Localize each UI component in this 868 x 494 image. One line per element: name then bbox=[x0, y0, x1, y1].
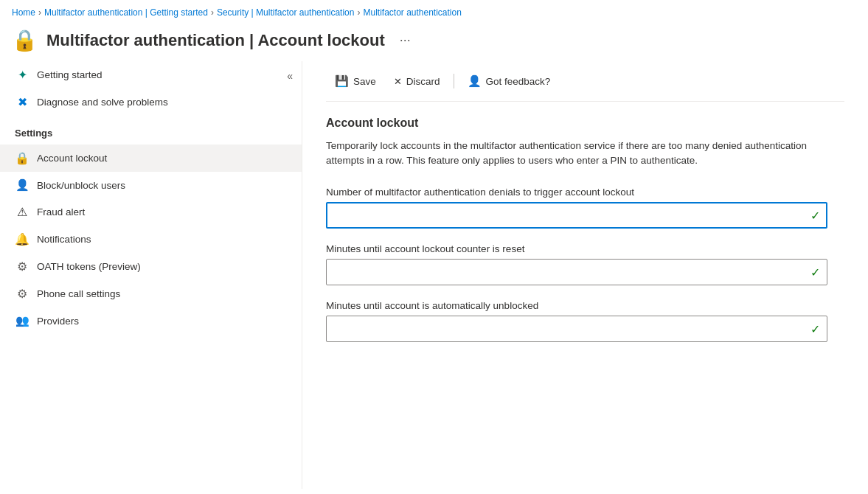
sidebar-item-providers[interactable]: 👥 Providers bbox=[0, 307, 302, 334]
breadcrumb-sep-2: › bbox=[211, 7, 214, 18]
main-layout: « ✦ Getting started ✖ Diagnose and solve… bbox=[0, 61, 868, 489]
sidebar-item-notifications[interactable]: 🔔 Notifications bbox=[0, 226, 302, 253]
discard-icon: ✕ bbox=[394, 76, 402, 87]
form-label-auto-unblock: Minutes until account is automatically u… bbox=[326, 300, 844, 311]
sidebar: « ✦ Getting started ✖ Diagnose and solve… bbox=[0, 61, 302, 489]
sidebar-item-getting-started[interactable]: ✦ Getting started bbox=[0, 61, 302, 88]
breadcrumb: Home › Multifactor authentication | Gett… bbox=[0, 0, 868, 22]
form-field-denials: Number of multifactor authentication den… bbox=[326, 187, 844, 229]
sidebar-item-block-unblock[interactable]: 👤 Block/unblock users bbox=[0, 172, 302, 198]
phone-call-settings-icon: ⚙ bbox=[15, 287, 29, 301]
sidebar-label-getting-started: Getting started bbox=[37, 69, 287, 80]
content-area: 💾 Save ✕ Discard 👤 Got feedback? Account… bbox=[302, 61, 868, 489]
save-button[interactable]: 💾 Save bbox=[326, 70, 385, 92]
sidebar-item-fraud-alert[interactable]: ⚠ Fraud alert bbox=[0, 198, 302, 226]
sidebar-label-phone-call-settings: Phone call settings bbox=[37, 288, 287, 299]
input-denials[interactable] bbox=[326, 202, 827, 229]
section-description: Temporarily lock accounts in the multifa… bbox=[326, 139, 827, 169]
form-label-denials: Number of multifactor authentication den… bbox=[326, 187, 844, 198]
breadcrumb-sep-1: › bbox=[38, 7, 41, 18]
sidebar-collapse-button[interactable]: « bbox=[287, 70, 293, 82]
save-label: Save bbox=[353, 76, 376, 87]
fraud-alert-icon: ⚠ bbox=[15, 205, 29, 219]
diagnose-icon: ✖ bbox=[15, 95, 29, 109]
sidebar-label-diagnose: Diagnose and solve problems bbox=[37, 97, 287, 108]
form-field-auto-unblock: Minutes until account is automatically u… bbox=[326, 300, 844, 342]
page-title: Multifactor authentication | Account loc… bbox=[46, 31, 385, 50]
input-auto-unblock[interactable] bbox=[326, 316, 827, 342]
sidebar-item-phone-call-settings[interactable]: ⚙ Phone call settings bbox=[0, 280, 302, 307]
sidebar-label-providers: Providers bbox=[37, 316, 287, 327]
save-icon: 💾 bbox=[335, 74, 349, 88]
notifications-icon: 🔔 bbox=[15, 232, 29, 246]
sidebar-item-oath-tokens[interactable]: ⚙ OATH tokens (Preview) bbox=[0, 253, 302, 280]
input-wrapper-denials: ✓ bbox=[326, 202, 827, 229]
block-unblock-icon: 👤 bbox=[15, 178, 29, 192]
form-field-counter-reset: Minutes until account lockout counter is… bbox=[326, 243, 844, 285]
providers-icon: 👥 bbox=[15, 314, 29, 327]
breadcrumb-security-mfa[interactable]: Security | Multifactor authentication bbox=[217, 7, 355, 18]
sidebar-label-oath-tokens: OATH tokens (Preview) bbox=[37, 261, 287, 272]
breadcrumb-getting-started[interactable]: Multifactor authentication | Getting sta… bbox=[44, 7, 208, 18]
input-counter-reset[interactable] bbox=[326, 259, 827, 285]
toolbar-divider bbox=[454, 74, 454, 88]
oath-tokens-icon: ⚙ bbox=[15, 260, 29, 274]
sidebar-label-fraud-alert: Fraud alert bbox=[37, 206, 287, 218]
breadcrumb-mfa[interactable]: Multifactor authentication bbox=[363, 7, 461, 18]
sidebar-label-block-unblock: Block/unblock users bbox=[37, 180, 287, 191]
discard-label: Discard bbox=[406, 76, 440, 87]
sidebar-label-account-lockout: Account lockout bbox=[37, 153, 287, 164]
breadcrumb-sep-3: › bbox=[357, 7, 360, 18]
sidebar-label-notifications: Notifications bbox=[37, 234, 287, 245]
input-wrapper-counter-reset: ✓ bbox=[326, 259, 827, 285]
page-more-menu[interactable]: ··· bbox=[400, 32, 411, 48]
form-label-counter-reset: Minutes until account lockout counter is… bbox=[326, 243, 844, 254]
sidebar-item-diagnose[interactable]: ✖ Diagnose and solve problems bbox=[0, 88, 302, 116]
section-title: Account lockout bbox=[326, 116, 844, 130]
page-header: 🔒 Multifactor authentication | Account l… bbox=[0, 22, 868, 61]
feedback-label: Got feedback? bbox=[486, 76, 551, 87]
account-lockout-icon: 🔒 bbox=[15, 151, 29, 165]
sidebar-item-account-lockout[interactable]: 🔒 Account lockout bbox=[0, 145, 302, 172]
input-wrapper-auto-unblock: ✓ bbox=[326, 316, 827, 342]
toolbar: 💾 Save ✕ Discard 👤 Got feedback? bbox=[326, 61, 844, 102]
feedback-button[interactable]: 👤 Got feedback? bbox=[459, 70, 560, 92]
feedback-icon: 👤 bbox=[468, 74, 482, 88]
page-header-lock-icon: 🔒 bbox=[12, 28, 38, 52]
sidebar-settings-header: Settings bbox=[0, 116, 302, 145]
breadcrumb-home[interactable]: Home bbox=[12, 7, 35, 18]
getting-started-icon: ✦ bbox=[15, 68, 29, 82]
discard-button[interactable]: ✕ Discard bbox=[385, 72, 449, 91]
